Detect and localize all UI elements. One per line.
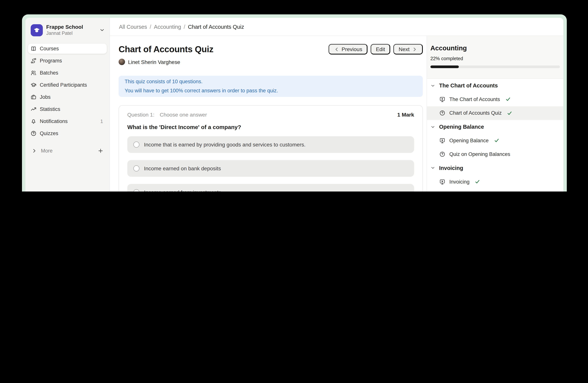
page-header: Chart of Accounts Quiz Linet Sherin Varg… bbox=[119, 44, 423, 65]
completed-check-icon bbox=[475, 179, 481, 185]
sidebar-item-courses[interactable]: Courses bbox=[28, 43, 107, 54]
course-outline-list: The Chart of AccountsThe Chart of Accoun… bbox=[427, 79, 563, 192]
sidebar-item-jobs[interactable]: Jobs bbox=[28, 92, 107, 102]
right-part: All Courses/Accounting/Chart of Accounts… bbox=[110, 18, 563, 192]
notification-count-badge: 1 bbox=[100, 118, 104, 124]
outline-section-the-chart-of-accounts[interactable]: The Chart of Accounts bbox=[427, 79, 563, 93]
completed-check-icon bbox=[505, 96, 511, 102]
course-progress-label: 22% completed bbox=[430, 56, 560, 62]
lesson-video-icon bbox=[440, 179, 445, 185]
quiz-question-icon bbox=[440, 151, 445, 157]
plus-icon[interactable] bbox=[98, 148, 104, 154]
answer-option-label: Income earned on bank deposits bbox=[144, 165, 221, 172]
author-row: Linet Sherin Varghese bbox=[119, 59, 213, 65]
sidebar-item-label: Jobs bbox=[40, 94, 51, 100]
outline-item-invoicing[interactable]: Invoicing bbox=[427, 175, 563, 189]
workspace-labels: Frappe School Jannat Patel bbox=[46, 24, 96, 36]
quiz-question-icon bbox=[440, 110, 445, 116]
top-bar: All Courses/Accounting/Chart of Accounts… bbox=[110, 18, 563, 36]
question-card: Question 1: Choose one answer 1 Mark Wha… bbox=[119, 105, 423, 192]
users-icon bbox=[31, 70, 36, 76]
chevron-down-icon bbox=[430, 124, 435, 130]
outline-item-quiz-on-opening-balances[interactable]: Quiz on Opening Balances bbox=[427, 147, 563, 161]
completed-check-icon bbox=[493, 137, 500, 144]
sidebar-item-label: Batches bbox=[40, 70, 58, 76]
course-outline-header: Accounting 22% completed bbox=[427, 36, 563, 79]
sidebar-item-batches[interactable]: Batches bbox=[28, 68, 107, 78]
sidebar-item-label: Notifications bbox=[40, 118, 68, 124]
breadcrumb-item-chart-of-accounts-quiz: Chart of Accounts Quiz bbox=[188, 24, 244, 30]
question-marks: 1 Mark bbox=[397, 112, 414, 118]
sidebar-item-notifications[interactable]: Notifications1 bbox=[28, 116, 107, 126]
course-title: Accounting bbox=[430, 44, 560, 52]
breadcrumb-item-all-courses[interactable]: All Courses bbox=[119, 24, 147, 30]
sidebar-item-label: Programs bbox=[40, 58, 62, 64]
briefcase-icon bbox=[31, 94, 36, 100]
main-content: Chart of Accounts Quiz Linet Sherin Varg… bbox=[110, 36, 427, 192]
page-title: Chart of Accounts Quiz bbox=[119, 44, 213, 55]
lesson-video-icon bbox=[440, 138, 445, 143]
page-header-left: Chart of Accounts Quiz Linet Sherin Varg… bbox=[119, 44, 213, 65]
chevron-left-icon bbox=[334, 46, 339, 52]
quiz-info-line: This quiz consists of 10 questions. bbox=[125, 77, 417, 86]
chevron-right-icon bbox=[412, 46, 418, 52]
outline-item-chart-of-accounts-quiz[interactable]: Chart of Accounts Quiz bbox=[427, 106, 563, 120]
previous-label: Previous bbox=[341, 46, 362, 52]
app-window-frame: Frappe School Jannat Patel CoursesProgra… bbox=[22, 14, 567, 192]
previous-button[interactable]: Previous bbox=[328, 44, 368, 55]
radio-button[interactable] bbox=[133, 189, 139, 192]
more-label: More bbox=[41, 148, 53, 154]
sidebar-item-label: Certified Participants bbox=[40, 82, 87, 88]
answer-option-label: Income earned from investments bbox=[144, 189, 221, 192]
sidebar-item-statistics[interactable]: Statistics bbox=[28, 104, 107, 114]
sidebar-item-label: Quizzes bbox=[40, 131, 58, 136]
workspace-name: Frappe School bbox=[46, 24, 96, 30]
author-avatar bbox=[119, 59, 125, 65]
sidebar-nav: CoursesProgramsBatchesCertified Particip… bbox=[25, 42, 109, 140]
outline-section-invoicing[interactable]: Invoicing bbox=[427, 161, 563, 175]
edit-button[interactable]: Edit bbox=[371, 44, 390, 55]
sidebar-item-programs[interactable]: Programs bbox=[28, 56, 107, 66]
radio-button[interactable] bbox=[133, 165, 139, 172]
chevron-down-icon bbox=[430, 83, 435, 88]
lesson-video-icon bbox=[440, 96, 445, 102]
radio-button[interactable] bbox=[133, 142, 139, 148]
outline-item-opening-balance[interactable]: Opening Balance bbox=[427, 134, 563, 147]
breadcrumb: All Courses/Accounting/Chart of Accounts… bbox=[119, 24, 244, 30]
sidebar-item-label: Courses bbox=[40, 46, 59, 52]
sidebar-item-certified-participants[interactable]: Certified Participants bbox=[28, 80, 107, 90]
workspace-switcher[interactable]: Frappe School Jannat Patel bbox=[25, 18, 109, 42]
outline-section-label: Invoicing bbox=[439, 165, 463, 171]
outline-section-opening-balance[interactable]: Opening Balance bbox=[427, 120, 563, 134]
sidebar-item-quizzes[interactable]: Quizzes bbox=[28, 128, 107, 138]
breadcrumb-separator: / bbox=[150, 24, 151, 30]
question-card-header: Question 1: Choose one answer 1 Mark bbox=[127, 112, 414, 118]
outline-item-the-chart-of-accounts[interactable]: The Chart of Accounts bbox=[427, 93, 563, 106]
next-label: Next bbox=[399, 46, 410, 52]
quiz-info-banner: This quiz consists of 10 questions. You … bbox=[119, 76, 423, 97]
workspace-user: Jannat Patel bbox=[46, 30, 96, 36]
trending-up-icon bbox=[31, 106, 36, 112]
quiz-info-line: You will have to get 100% correct answer… bbox=[125, 86, 417, 95]
question-instruction: Choose one answer bbox=[160, 112, 207, 118]
sidebar-item-label: Statistics bbox=[40, 106, 60, 112]
screen: Frappe School Jannat Patel CoursesProgra… bbox=[0, 0, 588, 192]
answer-option-3[interactable]: Income earned from investments bbox=[127, 184, 414, 192]
sidebar-item-more[interactable]: More bbox=[25, 146, 109, 156]
app-window: Frappe School Jannat Patel CoursesProgra… bbox=[25, 18, 563, 192]
course-progress-bar bbox=[430, 65, 560, 68]
outline-item-label: Opening Balance bbox=[449, 138, 488, 143]
chevron-down-icon bbox=[430, 165, 435, 171]
answer-option-2[interactable]: Income earned on bank deposits bbox=[127, 160, 414, 177]
outline-item-quiz-on-invoicing[interactable]: Quiz on Invoicing bbox=[427, 189, 563, 192]
outline-section-label: Opening Balance bbox=[439, 124, 484, 130]
answer-option-1[interactable]: Income that is earned by providing goods… bbox=[127, 136, 414, 153]
next-button[interactable]: Next bbox=[393, 44, 423, 55]
page-header-buttons: Previous Edit Next bbox=[328, 44, 423, 55]
content-row: Chart of Accounts Quiz Linet Sherin Varg… bbox=[110, 36, 563, 192]
breadcrumb-item-accounting[interactable]: Accounting bbox=[154, 24, 181, 30]
graduation-cap-icon bbox=[31, 82, 36, 88]
book-open-icon bbox=[31, 46, 36, 52]
answer-options: Income that is earned by providing goods… bbox=[127, 136, 414, 192]
chevron-down-icon bbox=[99, 27, 105, 33]
